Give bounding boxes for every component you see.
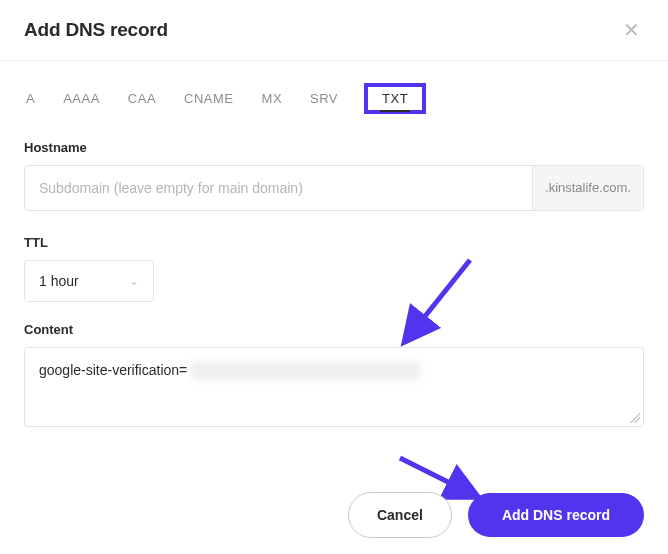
tab-caa[interactable]: CAA	[126, 87, 158, 110]
content-label: Content	[24, 322, 644, 337]
ttl-value: 1 hour	[39, 273, 79, 289]
close-icon[interactable]: ✕	[619, 18, 644, 42]
tab-a[interactable]: A	[24, 87, 37, 110]
ttl-select[interactable]: 1 hour ⌄	[24, 260, 154, 302]
hostname-row: .kinstalife.com.	[24, 165, 644, 211]
tab-txt[interactable]: TXT	[380, 87, 410, 112]
add-dns-record-button[interactable]: Add DNS record	[468, 493, 644, 537]
redacted-token	[191, 362, 421, 380]
modal-header: Add DNS record ✕	[0, 0, 668, 61]
resize-handle-icon[interactable]	[630, 413, 640, 423]
tab-mx[interactable]: MX	[260, 87, 285, 110]
tab-srv[interactable]: SRV	[308, 87, 340, 110]
svg-line-1	[400, 458, 470, 493]
tab-cname[interactable]: CNAME	[182, 87, 235, 110]
modal-body: A AAAA CAA CNAME MX SRV TXT Hostname .ki…	[0, 61, 668, 445]
record-type-tabs: A AAAA CAA CNAME MX SRV TXT	[24, 61, 644, 132]
hostname-suffix: .kinstalife.com.	[532, 166, 643, 210]
content-group: Content google-site-verification=	[24, 322, 644, 427]
chevron-down-icon: ⌄	[129, 274, 139, 288]
hostname-label: Hostname	[24, 140, 644, 155]
hostname-group: Hostname .kinstalife.com.	[24, 140, 644, 211]
content-field[interactable]: google-site-verification=	[24, 347, 644, 427]
hostname-input[interactable]	[25, 166, 532, 210]
modal-footer: Cancel Add DNS record	[348, 492, 644, 538]
ttl-group: TTL 1 hour ⌄	[24, 235, 644, 302]
highlight-box: TXT	[364, 83, 426, 114]
modal-title: Add DNS record	[24, 19, 168, 41]
tab-aaaa[interactable]: AAAA	[61, 87, 102, 110]
content-value: google-site-verification=	[39, 362, 187, 378]
cancel-button[interactable]: Cancel	[348, 492, 452, 538]
ttl-label: TTL	[24, 235, 644, 250]
